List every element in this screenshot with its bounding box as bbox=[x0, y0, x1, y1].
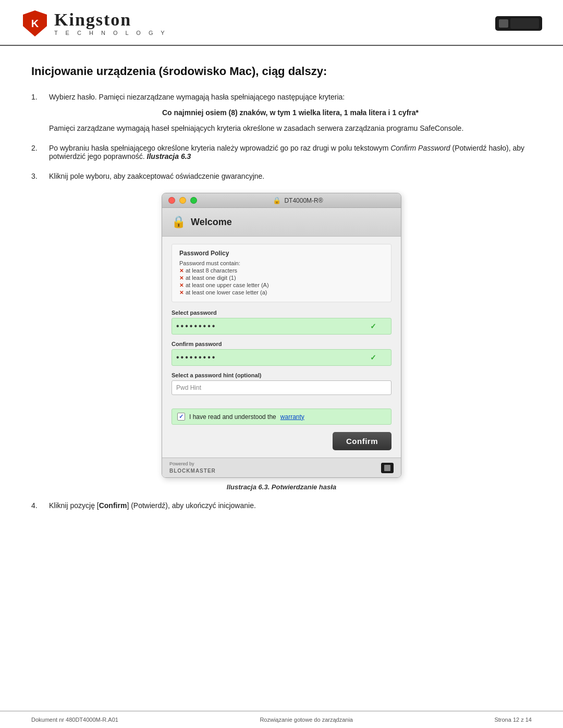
list-item: Wybierz hasło. Pamięci niezarządzane wym… bbox=[31, 93, 532, 132]
warranty-section: ✓ I have read and understood the warrant… bbox=[172, 409, 391, 425]
close-button-icon[interactable] bbox=[168, 197, 175, 204]
footer-page: Strona 12 z 14 bbox=[494, 717, 532, 723]
logo-technology: T E C H N O L O G Y bbox=[54, 30, 168, 36]
list-item: Po wybraniu hasła spełniającego określon… bbox=[31, 144, 532, 161]
list-item: Kliknij pole wyboru, aby zaakceptować oś… bbox=[31, 172, 532, 180]
item2-italic-bold: Ilustracja 6.3 bbox=[147, 152, 191, 161]
list-item-2-content: Po wybraniu hasła spełniającego określon… bbox=[49, 144, 532, 161]
policy-item: ✕ at least one digit (1) bbox=[179, 275, 384, 281]
policy-intro: Password must contain: bbox=[179, 260, 384, 266]
main-content: Inicjowanie urządzenia (środowisko Mac),… bbox=[0, 46, 563, 537]
device-connector bbox=[499, 19, 508, 28]
confirm-area: Confirm bbox=[162, 432, 401, 458]
page-footer: Dokument nr 480DT4000M-R.A01 Rozwiązanie… bbox=[0, 711, 563, 728]
welcome-text: Welcome bbox=[191, 217, 232, 228]
password-field[interactable]: ••••••••• ✓ bbox=[172, 318, 391, 335]
policy-section: Password Policy Password must contain: ✕… bbox=[172, 244, 391, 302]
policy-x-icon: ✕ bbox=[179, 268, 183, 274]
list-item: Kliknij pozycję [Confirm] (Potwierdź), a… bbox=[31, 501, 532, 510]
logo-text: Kingston T E C H N O L O G Y bbox=[54, 11, 168, 36]
hint-field[interactable]: Pwd Hint bbox=[172, 380, 391, 395]
policy-item-text: at least one digit (1) bbox=[186, 275, 236, 281]
maximize-button-icon[interactable] bbox=[190, 197, 197, 204]
blockmaster-text: Powered by BLOCKMASTER bbox=[169, 461, 216, 474]
policy-item: ✕ at least one lower case letter (a) bbox=[179, 289, 384, 295]
form-section: Select password ••••••••• ✓ Confirm pass… bbox=[162, 310, 401, 409]
confirm-check-icon: ✓ bbox=[370, 353, 376, 362]
item3-text: Kliknij pole wyboru, aby zaakceptować oś… bbox=[49, 172, 264, 180]
hint-placeholder: Pwd Hint bbox=[176, 384, 201, 391]
item1-bold-line: Co najmniej osiem (8) znaków, w tym 1 wi… bbox=[49, 108, 532, 117]
device-image bbox=[495, 16, 542, 31]
device-body bbox=[510, 18, 539, 29]
policy-item: ✕ at least 8 characters bbox=[179, 267, 384, 274]
item4-text: Kliknij pozycję [ bbox=[49, 501, 99, 510]
logo-area: K Kingston T E C H N O L O G Y bbox=[21, 9, 168, 38]
window-titlebar: 🔒 DT4000M-R® bbox=[162, 193, 401, 208]
window-title-text: DT4000M-R® bbox=[284, 197, 323, 204]
blockmaster-label: BLOCKMASTER bbox=[169, 468, 216, 474]
footer-doc-number: Dokument nr 480DT4000M-R.A01 bbox=[31, 717, 118, 723]
password-dots: ••••••••• bbox=[176, 322, 216, 331]
kingston-shield-icon: K bbox=[21, 9, 49, 38]
footer-center: Rozwiązanie gotowe do zarządzania bbox=[260, 717, 353, 723]
hint-label: Select a password hint (optional) bbox=[172, 372, 391, 378]
warranty-checkbox[interactable]: ✓ bbox=[177, 413, 185, 421]
policy-item-text: at least one lower case letter (a) bbox=[186, 289, 267, 295]
window-footer: Powered by BLOCKMASTER bbox=[162, 458, 401, 477]
app-window: 🔒 DT4000M-R® 🔒 Welcome Password Policy P… bbox=[162, 193, 401, 478]
policy-item-text: at least one upper case letter (A) bbox=[186, 282, 269, 288]
window-body: 🔒 Welcome Password Policy Password must … bbox=[162, 208, 401, 477]
policy-item-text: at least 8 characters bbox=[186, 267, 237, 274]
powered-by-text: Powered by bbox=[169, 461, 194, 466]
blockmaster-icon-inner bbox=[384, 465, 390, 471]
minimize-button-icon[interactable] bbox=[179, 197, 186, 204]
warranty-text: I have read and understood the bbox=[189, 413, 276, 421]
confirm-password-field[interactable]: ••••••••• ✓ bbox=[172, 349, 391, 366]
item4-bold: Confirm bbox=[99, 501, 127, 510]
list-item-4-content: Kliknij pozycję [Confirm] (Potwierdź), a… bbox=[49, 501, 532, 510]
instructions-list-2: Kliknij pozycję [Confirm] (Potwierdź), a… bbox=[31, 501, 532, 510]
page-title: Inicjowanie urządzenia (środowisko Mac),… bbox=[31, 65, 532, 78]
password-check-icon: ✓ bbox=[370, 322, 376, 330]
policy-x-icon: ✕ bbox=[179, 282, 183, 288]
select-password-label: Select password bbox=[172, 310, 391, 316]
item2-italic: Confirm Password bbox=[390, 144, 450, 152]
policy-item: ✕ at least one upper case letter (A) bbox=[179, 282, 384, 288]
blockmaster-icon bbox=[381, 463, 394, 473]
window-app-icon: 🔒 bbox=[273, 196, 281, 204]
confirm-button[interactable]: Confirm bbox=[333, 432, 391, 450]
policy-x-icon: ✕ bbox=[179, 290, 183, 295]
welcome-section: 🔒 Welcome bbox=[162, 208, 401, 237]
app-window-container: 🔒 DT4000M-R® 🔒 Welcome Password Policy P… bbox=[31, 193, 532, 491]
policy-intro-text: Password must contain: bbox=[179, 260, 240, 266]
policy-title: Password Policy bbox=[179, 250, 384, 257]
item2-text: Po wybraniu hasła spełniającego określon… bbox=[49, 144, 390, 152]
warranty-link[interactable]: warranty bbox=[280, 413, 304, 421]
policy-x-icon: ✕ bbox=[179, 275, 183, 281]
item1-text: Wybierz hasło. Pamięci niezarządzane wym… bbox=[49, 93, 345, 101]
instructions-list: Wybierz hasło. Pamięci niezarządzane wym… bbox=[31, 93, 532, 180]
welcome-icon: 🔒 bbox=[172, 215, 186, 229]
list-item-3-content: Kliknij pole wyboru, aby zaakceptować oś… bbox=[49, 172, 532, 180]
figure-caption: Ilustracja 6.3. Potwierdzanie hasła bbox=[227, 483, 336, 491]
list-item-1-content: Wybierz hasło. Pamięci niezarządzane wym… bbox=[49, 93, 532, 132]
logo-brand: Kingston bbox=[54, 11, 131, 29]
page-header: K Kingston T E C H N O L O G Y bbox=[0, 0, 563, 46]
item1-text-after: Pamięci zarządzane wymagają haseł spełni… bbox=[49, 124, 463, 132]
item4-end: ] (Potwierdź), aby ukończyć inicjowanie. bbox=[127, 501, 255, 510]
confirm-dots: ••••••••• bbox=[176, 353, 216, 362]
svg-text:K: K bbox=[31, 18, 39, 29]
confirm-password-label: Confirm password bbox=[172, 341, 391, 347]
window-title-bar: 🔒 DT4000M-R® bbox=[201, 196, 395, 204]
